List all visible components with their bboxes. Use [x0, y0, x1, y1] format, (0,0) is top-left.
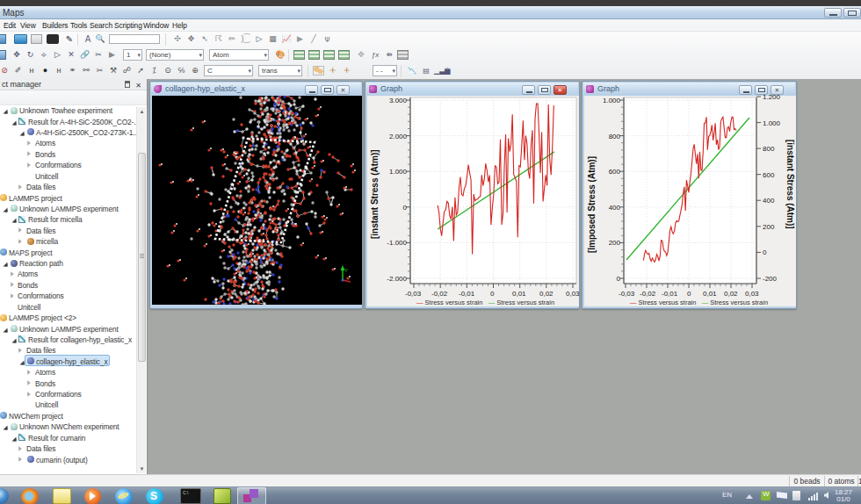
svg-text:Y: Y: [344, 268, 348, 273]
